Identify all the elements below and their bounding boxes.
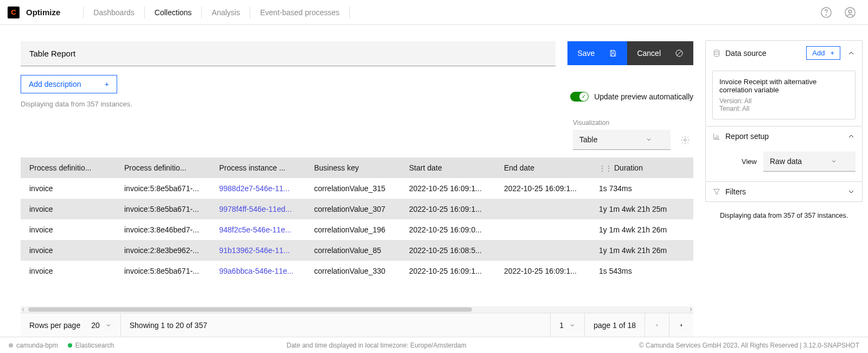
- col-process-def-id[interactable]: Process definitio...: [116, 157, 210, 178]
- svg-point-6: [684, 139, 687, 142]
- col-business-key[interactable]: Business key: [305, 157, 400, 178]
- filter-icon: [712, 187, 721, 196]
- table-row[interactable]: invoiceinvoice:2:8e3be962-...91b13962-54…: [21, 240, 693, 261]
- data-source-card[interactable]: Invoice Receipt with alternative correla…: [712, 71, 856, 119]
- table-cell: 2022-10-25 16:09:0...: [400, 219, 495, 240]
- table-cell: 2022-10-25 16:09:1...: [400, 199, 495, 219]
- save-icon: [609, 49, 617, 58]
- data-source-add-button[interactable]: Add +: [806, 46, 840, 60]
- chevron-up-icon: [847, 132, 856, 141]
- table-row[interactable]: invoiceinvoice:3:8e46bed7-...948f2c5e-54…: [21, 219, 693, 240]
- chevron-up-icon: [847, 49, 856, 58]
- panel-data-source-head[interactable]: Data source Add +: [706, 41, 862, 65]
- col-start-date[interactable]: Start date: [400, 157, 495, 178]
- nav-dashboards[interactable]: Dashboards: [93, 8, 135, 17]
- caret-left-icon: [654, 322, 660, 329]
- table-cell[interactable]: 91b13962-546e-11...: [210, 240, 305, 261]
- panel-filters-head[interactable]: Filters: [706, 182, 862, 201]
- panel-data-source: Data source Add + Invoice Receipt with a…: [705, 40, 863, 127]
- visualization-label: Visualization: [573, 119, 671, 127]
- nav-collections[interactable]: Collections: [155, 8, 192, 17]
- page-of-text: page 1 of 18: [593, 321, 636, 330]
- visualization-settings-button[interactable]: [677, 132, 693, 150]
- table-cell: correlationValue_315: [305, 178, 400, 199]
- col-duration[interactable]: ⋮⋮Duration: [590, 157, 693, 178]
- chevron-down-icon[interactable]: [105, 322, 112, 329]
- view-select[interactable]: Raw data: [763, 152, 856, 172]
- help-icon[interactable]: [820, 7, 832, 18]
- scroll-thumb[interactable]: [28, 307, 472, 312]
- add-description-button[interactable]: Add description +: [21, 75, 117, 93]
- data-source-tenant: Tenant: All: [719, 105, 848, 112]
- page-value[interactable]: 1: [559, 321, 564, 330]
- table-cell: invoice:2:8e3be962-...: [116, 240, 210, 261]
- table-cell[interactable]: 9978f4ff-546e-11ed...: [210, 199, 305, 219]
- panel-report-setup-head[interactable]: Report setup: [706, 127, 862, 146]
- panel-filters: Filters: [705, 182, 863, 202]
- table-cell: invoice:5:8e5ba671-...: [116, 199, 210, 219]
- table-cell[interactable]: 948f2c5e-546e-11e...: [210, 219, 305, 240]
- table-cell: [495, 240, 590, 261]
- gear-icon: [680, 135, 690, 145]
- panel-report-setup-title: Report setup: [725, 132, 769, 141]
- drag-grip-icon[interactable]: ⋮⋮: [599, 165, 612, 172]
- scroll-right-arrow: [688, 307, 693, 312]
- table-cell: 2022-10-25 16:09:1...: [400, 261, 495, 281]
- view-value: Raw data: [770, 157, 802, 166]
- nav-event-based[interactable]: Event-based processes: [260, 8, 339, 17]
- table-cell: invoice: [21, 261, 116, 281]
- engine-status: camunda-bpm: [9, 342, 58, 349]
- cancel-button[interactable]: Cancel: [627, 41, 693, 65]
- page-prev-button[interactable]: [645, 322, 669, 329]
- table-row[interactable]: invoiceinvoice:5:8e5ba671-...9978f4ff-54…: [21, 199, 693, 219]
- data-source-version: Version: All: [719, 97, 848, 105]
- auto-preview-toggle[interactable]: [570, 92, 589, 102]
- svg-point-1: [826, 15, 826, 15]
- chart-icon: [712, 132, 721, 141]
- panel-report-setup: Report setup View Raw data: [705, 127, 863, 182]
- svg-rect-4: [612, 54, 615, 56]
- table-cell[interactable]: 9988d2e7-546e-11...: [210, 178, 305, 199]
- save-button[interactable]: Save: [567, 41, 627, 65]
- top-nav-right: [820, 7, 856, 18]
- table-cell: invoice: [21, 199, 116, 219]
- chevron-down-icon: [646, 136, 652, 143]
- copyright-text: © Camunda Services GmbH 2023, All Rights…: [639, 342, 859, 349]
- table-cell: 2022-10-25 16:08:5...: [400, 240, 495, 261]
- user-icon[interactable]: [844, 7, 856, 18]
- name-row: Save Cancel: [21, 41, 693, 66]
- panel-filters-title: Filters: [725, 187, 746, 196]
- view-label: View: [742, 157, 757, 166]
- svg-point-3: [848, 10, 852, 13]
- sidebar-instances-info: Displaying data from 357 of 357 instance…: [705, 212, 863, 219]
- table-cell[interactable]: 99a6bbca-546e-11e...: [210, 261, 305, 281]
- rows-per-page-value[interactable]: 20: [91, 321, 100, 330]
- cancel-button-label: Cancel: [637, 49, 661, 58]
- chevron-down-icon[interactable]: [569, 322, 576, 329]
- visualization-select[interactable]: Table: [573, 130, 671, 150]
- report-name-input[interactable]: [21, 41, 556, 66]
- col-process-def-key[interactable]: Process definitio...: [21, 157, 116, 178]
- table-cell: invoice: [21, 219, 116, 240]
- panel-data-source-title: Data source: [725, 49, 766, 58]
- data-table: Process definitio... Process definitio..…: [21, 157, 693, 281]
- main-content: Save Cancel Add description + Displaying…: [0, 25, 868, 337]
- nav-analysis[interactable]: Analysis: [212, 8, 240, 17]
- data-table-wrap: Process definitio... Process definitio..…: [21, 157, 693, 306]
- showing-text: Showing 1 to 20 of 357: [130, 321, 207, 330]
- elasticsearch-status: Elasticsearch: [68, 342, 114, 349]
- table-cell: correlationValue_330: [305, 261, 400, 281]
- table-row[interactable]: invoiceinvoice:5:8e5ba671-...99a6bbca-54…: [21, 261, 693, 281]
- page-next-button[interactable]: [669, 322, 693, 329]
- col-process-instance[interactable]: Process instance ...: [210, 157, 305, 178]
- table-cell: correlationValue_196: [305, 219, 400, 240]
- app-logo: C: [8, 7, 20, 18]
- table-row[interactable]: invoiceinvoice:5:8e5ba671-...9988d2e7-54…: [21, 178, 693, 199]
- table-cell: 2022-10-25 16:09:1...: [495, 178, 590, 199]
- col-end-date[interactable]: End date: [495, 157, 590, 178]
- database-icon: [712, 49, 721, 58]
- table-cell: 1y 1m 4wk 21h 26m: [590, 219, 693, 240]
- horizontal-scrollbar[interactable]: [21, 306, 693, 313]
- data-source-card-title: Invoice Receipt with alternative correla…: [719, 78, 848, 94]
- table-cell: 1s 734ms: [590, 178, 693, 199]
